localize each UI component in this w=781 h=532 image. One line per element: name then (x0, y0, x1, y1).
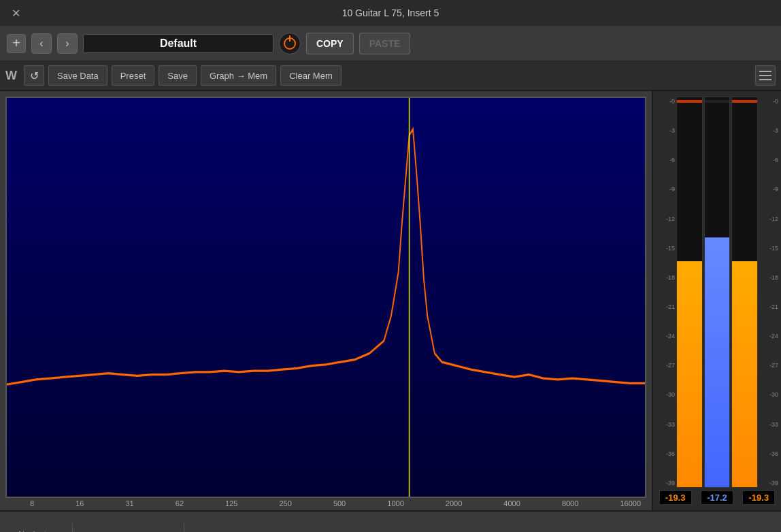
x-label: 8 (30, 499, 34, 508)
x-label: 4000 (503, 499, 520, 508)
vu-scale-label: -36 (656, 450, 675, 457)
vu-scale-label-r: -18 (759, 274, 778, 281)
save-button[interactable]: Save (159, 65, 197, 86)
secondary-toolbar: W ↺ Save Data Preset Save Graph → Mem Cl… (0, 61, 781, 91)
vu-scale-label-r: -9 (759, 186, 778, 193)
vu-scale-label-r: -33 (759, 421, 778, 428)
meter-peak-mid (705, 100, 730, 103)
vu-scale-label-r: -12 (759, 216, 778, 222)
vu-scale-label-r: -36 (759, 450, 778, 457)
x-axis-labels: 8 16 31 62 125 250 500 1000 2000 4000 80… (5, 498, 646, 508)
vu-scale-label-r: -30 (759, 391, 778, 398)
x-label: 125 (225, 499, 237, 508)
x-label: 500 (333, 499, 346, 508)
graph-mem-button[interactable]: Graph → Mem (201, 65, 276, 86)
vu-scale-label-r: -24 (759, 333, 778, 339)
navigate-label: Navigate (18, 530, 50, 533)
vu-scale-label: -21 (656, 303, 675, 310)
vu-scale-label: -39 (656, 480, 675, 486)
x-label: 31 (125, 499, 133, 508)
x-label: 62 (176, 499, 184, 508)
vu-scale-label-r: -15 (759, 245, 778, 252)
x-label: 16000 (620, 499, 641, 508)
x-label: 1000 (387, 499, 403, 508)
vu-scale-label: -33 (656, 421, 675, 428)
vu-scale-label: -30 (656, 391, 675, 398)
vu-scale-label-r: -0 (759, 98, 778, 105)
vu-value-right: -19.3 (742, 491, 775, 505)
add-button[interactable]: + (7, 34, 26, 53)
menu-button[interactable] (755, 65, 776, 86)
meter-fill-left (677, 261, 702, 487)
power-button[interactable] (279, 33, 301, 54)
navigate-section: Navigate ▲ ◀ ✛ ▶ ▼ (7, 530, 63, 533)
vu-values-row: -19.3 -17.2 -19.3 (656, 491, 778, 505)
vu-scale-label: -9 (656, 186, 675, 193)
power-icon (284, 37, 296, 50)
nav-back-button[interactable]: ‹ (31, 33, 52, 54)
main-toolbar: + ‹ › COPY PASTE (0, 26, 781, 61)
meter-fill-right (732, 261, 757, 487)
spectrum-graph (7, 98, 645, 497)
vu-scale-label: -27 (656, 362, 675, 369)
meter-peak-left (677, 100, 702, 103)
spectrum-area: 0 -20 -40 -60 -80 L+R Max L+R (0, 91, 652, 510)
vu-meter-right (731, 97, 758, 488)
x-label: 16 (76, 499, 84, 508)
vu-scale-label: -18 (656, 274, 675, 281)
preset-name-input[interactable] (83, 34, 273, 53)
title-bar: ✕ 10 Guitar L 75, Insert 5 (0, 0, 781, 26)
vu-scale-label: -15 (656, 245, 675, 252)
vu-scale-label: -0 (656, 98, 675, 105)
vu-scale-label-r: -3 (759, 127, 778, 134)
close-button[interactable]: ✕ (8, 5, 23, 20)
clear-mem-button[interactable]: Clear Mem (280, 65, 342, 86)
vu-value-left: -19.3 (659, 491, 692, 505)
vu-scale-label-r: -21 (759, 303, 778, 310)
meter-fill-mid (705, 237, 730, 487)
svg-rect-0 (7, 98, 645, 497)
vu-scale-label-r: -6 (759, 156, 778, 163)
vu-meter-left (676, 97, 703, 488)
preset-button[interactable]: Preset (112, 65, 155, 86)
controls-row: Navigate ▲ ◀ ✛ ▶ ▼ zoom 🔍 Reset Zoom (0, 510, 781, 532)
x-label: 8000 (562, 499, 578, 508)
meter-peak-right (732, 100, 757, 103)
hamburger-line (759, 79, 771, 80)
waves-logo: W (5, 69, 17, 83)
knob-divider (72, 523, 73, 533)
vu-meter-mid (704, 97, 731, 488)
x-label: 2000 (446, 499, 462, 508)
window-title: 10 Guitar L 75, Insert 5 (342, 7, 439, 18)
vu-scale-label-r: -27 (759, 362, 778, 369)
vu-scale-label: -12 (656, 216, 675, 222)
hamburger-line (759, 71, 771, 72)
spectrum-display[interactable]: 0 -20 -40 -60 -80 L+R Max L+R (5, 97, 646, 498)
x-label: 250 (279, 499, 291, 508)
knob-divider-2 (184, 523, 184, 533)
vu-scale-label: -3 (656, 127, 675, 134)
main-area: 0 -20 -40 -60 -80 L+R Max L+R (0, 91, 781, 510)
paste-button[interactable]: PASTE (359, 33, 411, 54)
undo-button[interactable]: ↺ (24, 65, 44, 86)
vu-scale-label-r: -39 (759, 480, 778, 486)
save-data-button[interactable]: Save Data (48, 65, 107, 86)
copy-button[interactable]: COPY (306, 33, 354, 54)
vu-scale-label: -24 (656, 333, 675, 339)
vu-value-mid: -17.2 (701, 491, 733, 505)
vu-meters-panel: -0 -3 -6 -9 -12 -15 -18 -21 -24 -27 -30 … (652, 91, 781, 510)
nav-forward-button[interactable]: › (57, 33, 78, 54)
hamburger-line (759, 75, 771, 76)
vu-scale-label: -6 (656, 156, 675, 163)
